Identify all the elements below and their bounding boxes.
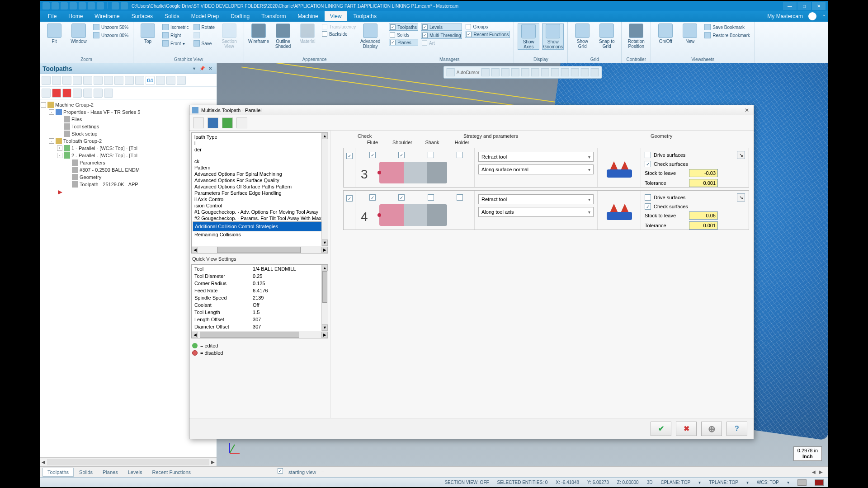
qvs-vscroll-up-icon[interactable]: ▲ (322, 265, 328, 271)
tree-tool-settings[interactable]: Tool settings (71, 124, 99, 129)
right-view-button[interactable]: Right (161, 32, 190, 39)
move-down-icon[interactable] (62, 89, 71, 98)
scroll-left-icon[interactable]: ◀ (40, 460, 47, 465)
stock-to-leave-input[interactable] (689, 211, 718, 220)
ac-9-icon[interactable] (561, 68, 569, 76)
qvs-hscroll-thumb[interactable] (200, 332, 299, 338)
waveform-icon[interactable] (125, 76, 134, 85)
show-grid-button[interactable]: Show Grid (571, 23, 593, 49)
ac-6-icon[interactable] (531, 68, 539, 76)
qvs-vscroll-thumb[interactable] (322, 271, 327, 303)
tab-surfaces[interactable]: Surfaces (126, 11, 158, 21)
user-avatar-icon[interactable] (808, 12, 816, 20)
restore-bookmark-button[interactable]: Restore Bookmark (703, 32, 751, 39)
groups-checkbox[interactable]: Groups (465, 23, 510, 30)
planes-checkbox[interactable]: ✓Planes (389, 39, 418, 46)
verify-icon[interactable] (94, 76, 103, 85)
panel-close-icon[interactable]: ✕ (207, 65, 214, 72)
qvs-hscroll[interactable]: ◀ ▶ (192, 331, 328, 338)
btab-solids[interactable]: Solids (75, 468, 97, 476)
cancel-button[interactable]: ✖ (676, 422, 697, 436)
minimize-button[interactable]: — (783, 2, 797, 10)
ptree-axctrl[interactable]: il Axis Control (193, 196, 327, 202)
expand-icon[interactable] (83, 89, 92, 98)
ac-10-icon[interactable] (571, 68, 579, 76)
ptree-ck[interactable]: ck (193, 158, 327, 164)
tab-wireframe[interactable]: Wireframe (89, 11, 125, 21)
backplot-icon[interactable] (83, 76, 92, 85)
more2-icon[interactable] (104, 89, 113, 98)
tree-op-2[interactable]: 2 - Parallel - [WCS: Top] - [Tpl (71, 153, 137, 158)
tree-stock-setup[interactable]: Stock setup (71, 131, 97, 136)
tree-files[interactable]: Files (71, 117, 82, 122)
shoulder-checkbox[interactable]: ✓ (398, 152, 405, 158)
ptree-hdr[interactable]: der (193, 146, 327, 153)
redo-icon[interactable] (121, 2, 128, 9)
check-surfaces-checkbox[interactable]: ✓ (645, 161, 651, 167)
ac-1-icon[interactable] (481, 68, 489, 76)
unzoom-80-button[interactable]: Unzoom 80% (92, 32, 129, 39)
ac-4-icon[interactable] (511, 68, 519, 76)
toolpaths-checkbox[interactable]: ✓Toolpaths (389, 23, 418, 31)
viewsheet-onoff-button[interactable]: On/Off (655, 23, 676, 44)
btab-recent[interactable]: Recent Functions (148, 468, 196, 476)
ptree-ision[interactable]: ision Control (193, 202, 327, 209)
card-enable-checkbox[interactable]: ✓ (346, 195, 353, 202)
show-axes-button[interactable]: Show Axes (518, 23, 539, 50)
help-icon[interactable] (177, 76, 186, 85)
top-view-button[interactable]: Top (137, 23, 159, 44)
tab-drafting[interactable]: Drafting (225, 11, 255, 21)
ptree-hscroll[interactable]: ◀ ▶ (192, 246, 328, 253)
ptree-pseh[interactable]: Parameters For Surface Edge Handling (193, 190, 327, 196)
tab-home[interactable]: Home (63, 11, 88, 21)
pick-drive-icon[interactable]: ↘ (737, 151, 745, 159)
highfeed-icon[interactable] (114, 76, 123, 85)
viewsheet-new-button[interactable]: New (679, 23, 701, 44)
ptree-aospiral[interactable]: Advanced Options For Spiral Machining (193, 171, 327, 177)
flute-checkbox[interactable]: ✓ (369, 152, 376, 158)
status-section-view[interactable]: SECTION VIEW: OFF (444, 480, 489, 485)
drive-surfaces-checkbox[interactable] (645, 194, 651, 201)
ok-button[interactable]: ✔ (651, 422, 671, 436)
tree-geometry[interactable]: Geometry (80, 174, 101, 180)
status-3d[interactable]: 3D (647, 480, 653, 485)
ptree-aospp[interactable]: Advanced Options Of Surface Paths Patter… (193, 183, 327, 190)
advanced-display-button[interactable]: Advanced Display (359, 23, 381, 49)
multithread-checkbox[interactable]: ✓Multi-Threading (421, 32, 462, 39)
hscroll-thumb[interactable] (217, 247, 301, 253)
ptree-vscroll[interactable]: ▲ ▼ (321, 133, 328, 246)
select-dirty-icon[interactable] (52, 76, 61, 85)
show-gnomons-button[interactable]: Show Gnomons (542, 23, 564, 50)
save-view-button[interactable]: Save (193, 40, 216, 47)
stock-to-leave-input[interactable] (689, 169, 718, 177)
ac-11-icon[interactable] (580, 68, 589, 76)
flute-checkbox[interactable]: ✓ (369, 194, 376, 201)
status-tplane[interactable]: TPLANE: TOP (709, 480, 738, 485)
tabs-scroll-left-icon[interactable]: ◀ (812, 469, 818, 474)
more-icon[interactable] (94, 89, 103, 98)
rotation-position-button[interactable]: Rotation Position (625, 23, 647, 49)
pick-drive-icon[interactable]: ↘ (737, 193, 745, 202)
card-enable-checkbox[interactable]: ✓ (346, 153, 353, 159)
tree-toolpath-file[interactable]: Toolpath - 25129.0K - APP (80, 182, 138, 187)
ptree-pattern[interactable]: Pattern (193, 164, 327, 171)
vscroll-down-icon[interactable]: ▼ (322, 239, 328, 246)
save-as-icon[interactable] (70, 2, 77, 9)
starting-view-checkbox[interactable]: ✓ (278, 468, 283, 474)
ac-3-icon[interactable] (501, 68, 509, 76)
outline-shaded-button[interactable]: Outline Shaded (272, 23, 294, 49)
tab-model-prep[interactable]: Model Prep (186, 11, 224, 21)
dlg-load-icon[interactable] (222, 117, 233, 128)
dlg-tool-icon[interactable] (193, 117, 204, 128)
ac-2-icon[interactable] (491, 68, 499, 76)
paste-icon[interactable] (97, 2, 104, 9)
color-swatch-2[interactable] (815, 479, 824, 486)
tab-view[interactable]: View (325, 11, 347, 21)
ptree-tl[interactable]: l (193, 140, 327, 146)
ptree-g1[interactable]: #1 Gougecheckop. - Adv. Options For Movi… (193, 209, 327, 215)
isometric-button[interactable]: Isometric (161, 23, 190, 31)
shank-checkbox[interactable] (428, 194, 434, 201)
recent-functions-checkbox[interactable]: ✓Recent Functions (465, 31, 510, 38)
shank-checkbox[interactable] (428, 152, 434, 158)
vscroll-up-icon[interactable]: ▲ (322, 133, 328, 139)
